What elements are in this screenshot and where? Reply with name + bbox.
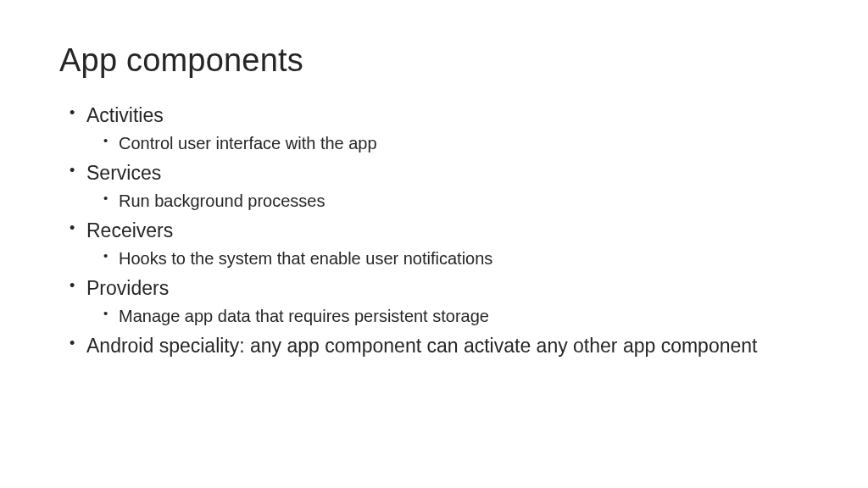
bullet-item-android-speciality: Android speciality: any app component ca…	[70, 333, 809, 359]
sub-bullet-list: Run background processes	[86, 190, 809, 213]
bullet-item-services: Services Run background processes	[70, 160, 809, 213]
slide-title: App components	[59, 42, 809, 79]
bullet-label: Receivers	[86, 219, 173, 241]
sub-bullet-list: Control user interface with the app	[86, 132, 809, 155]
sub-bullet-item: Manage app data that requires persistent…	[103, 305, 809, 328]
sub-bullet-list: Hooks to the system that enable user not…	[86, 247, 809, 270]
sub-bullet-item: Run background processes	[103, 190, 809, 213]
bullet-item-receivers: Receivers Hooks to the system that enabl…	[70, 218, 809, 270]
sub-bullet-item: Hooks to the system that enable user not…	[103, 247, 809, 270]
bullet-item-activities: Activities Control user interface with t…	[70, 103, 809, 155]
bullet-list: Activities Control user interface with t…	[59, 103, 809, 359]
bullet-label: Services	[86, 162, 161, 184]
bullet-label: Providers	[86, 277, 169, 299]
sub-bullet-list: Manage app data that requires persistent…	[86, 305, 809, 328]
bullet-item-providers: Providers Manage app data that requires …	[70, 275, 809, 328]
sub-bullet-item: Control user interface with the app	[103, 132, 809, 155]
bullet-label: Activities	[86, 104, 164, 126]
bullet-label: Android speciality: any app component ca…	[86, 335, 757, 357]
